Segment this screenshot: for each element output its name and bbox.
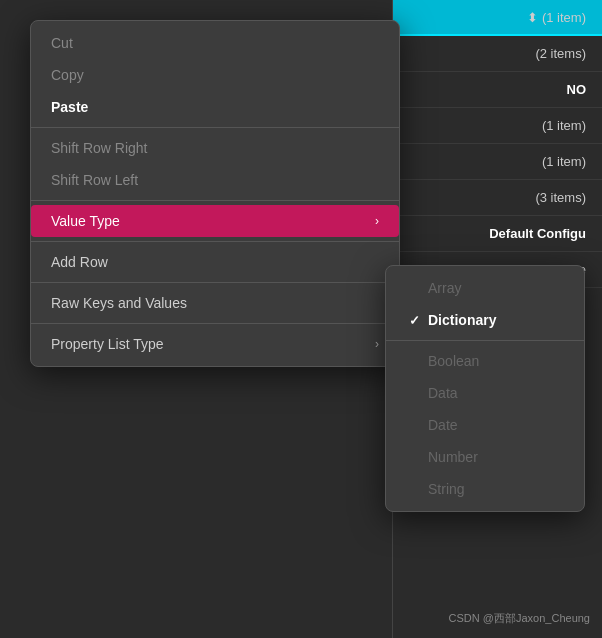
shift-row-left-label: Shift Row Left [51, 172, 138, 188]
raw-keys-label: Raw Keys and Values [51, 295, 187, 311]
value-type-submenu: Array ✓ Dictionary Boolean Data Date Num… [385, 265, 585, 512]
table-row: ⬍ (1 item) [393, 0, 602, 36]
date-submenu-item[interactable]: Date [386, 409, 584, 441]
string-submenu-item[interactable]: String [386, 473, 584, 505]
data-submenu-item[interactable]: Data [386, 377, 584, 409]
watermark: CSDN @西部Jaxon_Cheung [449, 611, 590, 626]
data-label: Data [428, 385, 458, 401]
array-label: Array [428, 280, 461, 296]
menu-separator-1 [31, 127, 399, 128]
row-value: (1 item) [542, 10, 586, 25]
copy-label: Copy [51, 67, 84, 83]
number-label: Number [428, 449, 478, 465]
chevron-right-icon-2: › [375, 337, 379, 351]
shift-row-left-menu-item[interactable]: Shift Row Left [31, 164, 399, 196]
row-value: Default Configu [489, 226, 586, 241]
menu-separator-4 [31, 282, 399, 283]
cut-menu-item[interactable]: Cut [31, 27, 399, 59]
menu-separator-5 [31, 323, 399, 324]
boolean-label: Boolean [428, 353, 479, 369]
raw-keys-menu-item[interactable]: Raw Keys and Values [31, 287, 399, 319]
value-type-label: Value Type [51, 213, 120, 229]
menu-separator-3 [31, 241, 399, 242]
row-value: (1 item) [542, 154, 586, 169]
shift-row-right-label: Shift Row Right [51, 140, 147, 156]
paste-label: Paste [51, 99, 88, 115]
watermark-text: CSDN @西部Jaxon_Cheung [449, 612, 590, 624]
add-row-label: Add Row [51, 254, 108, 270]
property-list-type-label: Property List Type [51, 336, 164, 352]
cut-label: Cut [51, 35, 73, 51]
boolean-submenu-item[interactable]: Boolean [386, 345, 584, 377]
date-label: Date [428, 417, 458, 433]
number-submenu-item[interactable]: Number [386, 441, 584, 473]
value-type-menu-item[interactable]: Value Type › [31, 205, 399, 237]
row-value: (2 items) [535, 46, 586, 61]
table-row: NO [393, 72, 602, 108]
paste-menu-item[interactable]: Paste [31, 91, 399, 123]
table-row: (1 item) [393, 144, 602, 180]
table-row: (3 items) [393, 180, 602, 216]
checkmark-icon: ✓ [406, 313, 422, 328]
add-row-menu-item[interactable]: Add Row [31, 246, 399, 278]
copy-menu-item[interactable]: Copy [31, 59, 399, 91]
submenu-separator-1 [386, 340, 584, 341]
dictionary-label: Dictionary [428, 312, 496, 328]
row-value: (1 item) [542, 118, 586, 133]
dictionary-submenu-item[interactable]: ✓ Dictionary [386, 304, 584, 336]
stepper-icon: ⬍ [527, 10, 538, 25]
property-list-type-menu-item[interactable]: Property List Type › [31, 328, 399, 360]
table-row: (1 item) [393, 108, 602, 144]
row-value: NO [567, 82, 587, 97]
chevron-right-icon: › [375, 214, 379, 228]
table-row: (2 items) [393, 36, 602, 72]
table-row: Default Configu [393, 216, 602, 252]
string-label: String [428, 481, 465, 497]
shift-row-right-menu-item[interactable]: Shift Row Right [31, 132, 399, 164]
row-value: (3 items) [535, 190, 586, 205]
menu-separator-2 [31, 200, 399, 201]
context-menu: Cut Copy Paste Shift Row Right Shift Row… [30, 20, 400, 367]
array-submenu-item[interactable]: Array [386, 272, 584, 304]
